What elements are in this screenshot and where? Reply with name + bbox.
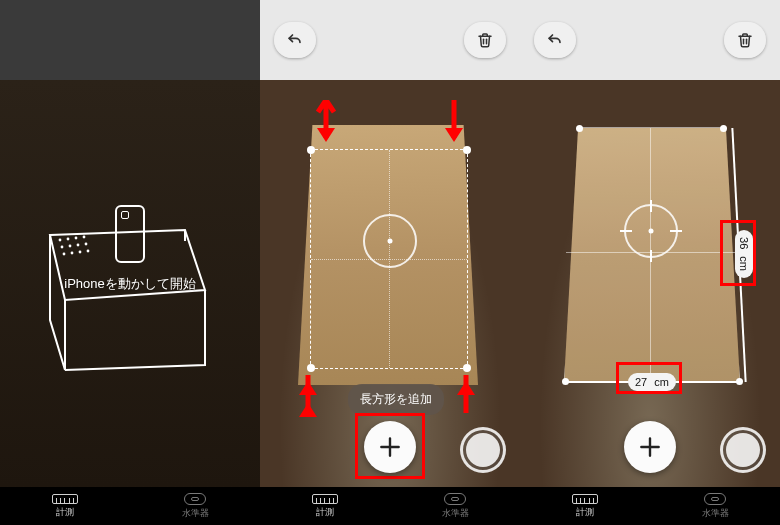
svg-point-6: [77, 244, 80, 247]
plus-icon: [377, 434, 403, 460]
corner-handle-br[interactable]: [463, 364, 471, 372]
delete-button[interactable]: [464, 22, 506, 58]
tab-label: 水準器: [182, 507, 209, 520]
svg-point-4: [61, 246, 64, 249]
svg-point-5: [69, 245, 72, 248]
svg-point-2: [75, 237, 78, 240]
svg-point-11: [87, 250, 90, 253]
screenshot-panel-1: iPhoneを動かして開始 計測 水準器: [0, 0, 260, 525]
add-point-button[interactable]: [624, 421, 676, 473]
annotation-arrow: [456, 375, 476, 423]
ruler-icon: [52, 494, 78, 504]
plus-icon: [637, 434, 663, 460]
detected-rectangle[interactable]: [310, 149, 468, 369]
tab-label: 計測: [576, 506, 594, 519]
annotation-highlight: [616, 362, 682, 394]
svg-point-8: [63, 253, 66, 256]
tab-label: 水準器: [442, 507, 469, 520]
undo-icon: [545, 30, 565, 50]
delete-button[interactable]: [724, 22, 766, 58]
measured-rectangle[interactable]: [564, 127, 740, 382]
onboarding-phone-illustration: [115, 205, 145, 263]
tab-measure[interactable]: 計測: [25, 494, 105, 519]
svg-point-10: [79, 251, 82, 254]
undo-button[interactable]: [534, 22, 576, 58]
annotation-highlight: [720, 220, 756, 286]
trash-icon: [476, 31, 494, 49]
undo-icon: [285, 30, 305, 50]
ruler-icon: [312, 494, 338, 504]
annotation-arrow: [444, 100, 464, 148]
svg-point-0: [59, 239, 62, 242]
tab-level[interactable]: 水準器: [415, 493, 495, 520]
level-icon: [704, 493, 726, 505]
tab-label: 計測: [56, 506, 74, 519]
tab-measure[interactable]: 計測: [285, 494, 365, 519]
corner-handle-tl[interactable]: [307, 146, 315, 154]
svg-point-9: [71, 252, 74, 255]
tab-measure[interactable]: 計測: [545, 494, 625, 519]
tab-label: 水準器: [702, 507, 729, 520]
tab-level[interactable]: 水準器: [155, 493, 235, 520]
ruler-icon: [572, 494, 598, 504]
add-rectangle-tooltip: 長方形を追加: [348, 384, 444, 415]
level-icon: [444, 493, 466, 505]
screenshot-panel-3: 27 cm 36 cm 計測 水準器: [520, 0, 780, 525]
annotation-arrow: [298, 375, 318, 423]
corner-handle-tr[interactable]: [463, 146, 471, 154]
tab-bar: 計測 水準器: [0, 487, 260, 525]
screenshot-panel-2: 長方形を追加 計測 水準器: [260, 0, 520, 525]
svg-point-1: [67, 238, 70, 241]
add-point-button[interactable]: [364, 421, 416, 473]
svg-point-3: [83, 236, 86, 239]
tab-bar: 計測 水準器: [260, 487, 520, 525]
tab-bar: 計測 水準器: [520, 487, 780, 525]
annotation-arrow: [316, 100, 336, 148]
level-icon: [184, 493, 206, 505]
corner-handle-bl[interactable]: [307, 364, 315, 372]
svg-point-7: [85, 243, 88, 246]
shutter-button[interactable]: [720, 427, 766, 473]
tab-label: 計測: [316, 506, 334, 519]
shutter-button[interactable]: [460, 427, 506, 473]
undo-button[interactable]: [274, 22, 316, 58]
tab-level[interactable]: 水準器: [675, 493, 755, 520]
trash-icon: [736, 31, 754, 49]
instruction-text: iPhoneを動かして開始: [0, 275, 260, 293]
